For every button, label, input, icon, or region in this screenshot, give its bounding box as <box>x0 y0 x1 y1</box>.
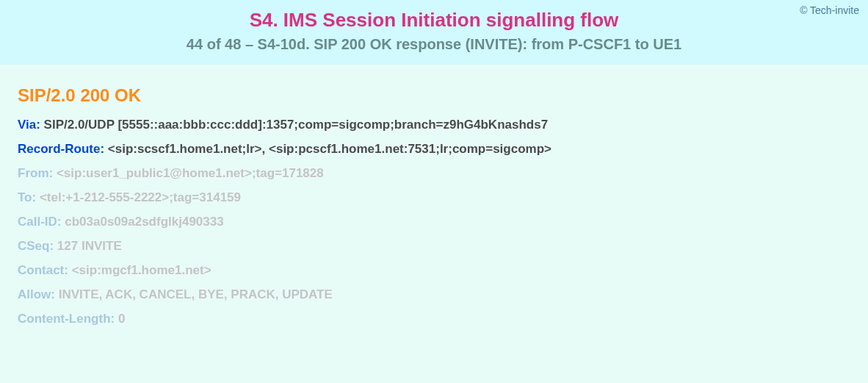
sip-header-row: From<sip:user1_public1@home1.net>;tag=17… <box>18 166 850 181</box>
sip-header-value: <tel:+1-212-555-2222>;tag=314159 <box>40 190 241 204</box>
sip-header-value: 0 <box>118 312 125 326</box>
sip-header-value: cb03a0s09a2sdfglkj490333 <box>65 215 223 229</box>
sip-header-row: Call-IDcb03a0s09a2sdfglkj490333 <box>18 215 850 229</box>
copyright-text: © Tech-invite <box>800 4 859 16</box>
page-title: S4. IMS Session Initiation signalling fl… <box>15 9 853 32</box>
sip-header-row: Content-Length0 <box>18 312 850 326</box>
sip-header-label: Via <box>18 118 44 132</box>
sip-header-row: ViaSIP/2.0/UDP [5555::aaa:bbb:ccc:ddd]:1… <box>18 118 850 132</box>
sip-header-label: Content-Length <box>18 312 118 326</box>
sip-header-row: CSeq127 INVITE <box>18 239 850 254</box>
sip-status-line: SIP/2.0 200 OK <box>18 85 850 106</box>
header-band: © Tech-invite S4. IMS Session Initiation… <box>0 0 868 65</box>
sip-header-label: Allow <box>18 287 59 301</box>
sip-header-label: To <box>18 190 40 204</box>
sip-header-value: <sip:user1_public1@home1.net>;tag=171828 <box>57 166 324 180</box>
sip-header-value: SIP/2.0/UDP [5555::aaa:bbb:ccc:ddd]:1357… <box>44 118 549 132</box>
page-subtitle: 44 of 48 – S4-10d. SIP 200 OK response (… <box>15 36 853 53</box>
sip-header-row: Record-Route<sip:scscf1.home1.net;lr>, <… <box>18 142 850 157</box>
sip-header-row: To<tel:+1-212-555-2222>;tag=314159 <box>18 190 850 205</box>
sip-header-value: <sip:scscf1.home1.net;lr>, <sip:pcscf1.h… <box>108 142 551 156</box>
sip-header-label: Record-Route <box>18 142 108 156</box>
sip-header-row: AllowINVITE, ACK, CANCEL, BYE, PRACK, UP… <box>18 287 850 302</box>
sip-header-value: INVITE, ACK, CANCEL, BYE, PRACK, UPDATE <box>59 287 333 301</box>
sip-header-value: <sip:mgcf1.home1.net> <box>72 263 211 277</box>
sip-header-label: Call-ID <box>18 215 65 229</box>
sip-header-row: Contact<sip:mgcf1.home1.net> <box>18 263 850 278</box>
sip-header-value: 127 INVITE <box>57 239 122 253</box>
sip-header-label: From <box>18 166 57 180</box>
sip-header-label: CSeq <box>18 239 57 253</box>
sip-content: SIP/2.0 200 OK ViaSIP/2.0/UDP [5555::aaa… <box>0 65 868 357</box>
sip-header-label: Contact <box>18 263 72 277</box>
